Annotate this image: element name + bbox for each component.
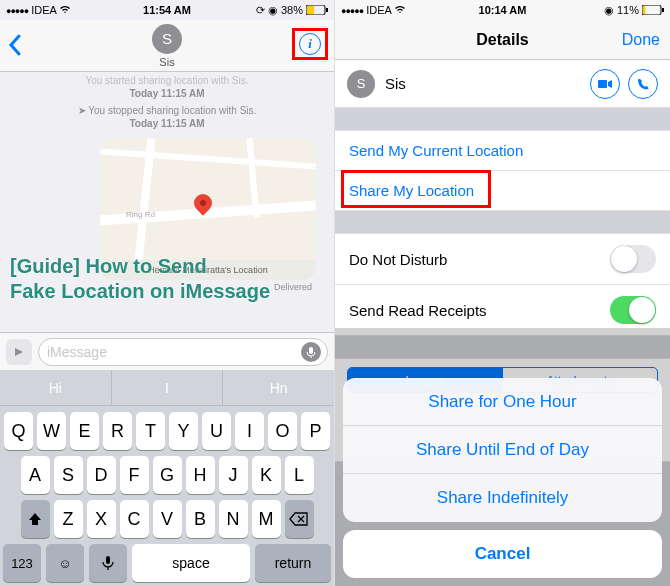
key[interactable]: P <box>301 412 330 450</box>
key[interactable]: F <box>120 456 149 494</box>
svg-rect-4 <box>106 556 110 564</box>
system-notice: ➤ You stopped sharing location with Sis.… <box>0 102 334 132</box>
send-current-location-cell[interactable]: Send My Current Location <box>335 130 670 171</box>
status-time: 10:14 AM <box>335 4 670 16</box>
key[interactable]: U <box>202 412 231 450</box>
contact-name: Sis <box>159 56 174 68</box>
avatar: S <box>152 24 182 54</box>
contact-name: Sis <box>385 75 582 92</box>
key[interactable]: I <box>235 412 264 450</box>
svg-rect-8 <box>598 80 607 88</box>
share-end-of-day[interactable]: Share Until End of Day <box>343 426 662 474</box>
cancel-button[interactable]: Cancel <box>343 530 662 578</box>
keyboard: Hi I Hn QWERTYUIOP ASDFGHJKL ZXCVBNM 123… <box>0 370 334 586</box>
done-button[interactable]: Done <box>622 31 660 49</box>
mic-button[interactable] <box>301 342 321 362</box>
status-bar-right: ●●●●● IDEA 10:14 AM ◉11% <box>335 0 670 20</box>
key[interactable]: B <box>186 500 215 538</box>
shift-key[interactable] <box>21 500 50 538</box>
back-button[interactable] <box>8 34 22 60</box>
predict-item[interactable]: Hn <box>223 370 334 405</box>
key[interactable]: V <box>153 500 182 538</box>
guide-overlay-text: [Guide] How to Send Fake Location on iMe… <box>10 254 270 304</box>
system-notice: You started sharing location with Sis. T… <box>0 72 334 102</box>
svg-rect-3 <box>309 347 313 354</box>
predict-item[interactable]: I <box>112 370 224 405</box>
return-key[interactable]: return <box>255 544 331 582</box>
key[interactable]: L <box>285 456 314 494</box>
placeholder: iMessage <box>47 344 107 360</box>
key[interactable]: X <box>87 500 116 538</box>
key[interactable]: K <box>252 456 281 494</box>
apps-button[interactable] <box>6 339 32 365</box>
share-my-location-cell[interactable]: Share My Location <box>335 171 670 211</box>
key[interactable]: J <box>219 456 248 494</box>
info-highlight: i <box>292 28 328 60</box>
contact-row[interactable]: S Sis <box>335 60 670 108</box>
call-button[interactable] <box>628 69 658 99</box>
receipts-switch[interactable] <box>610 296 656 324</box>
receipts-label: Send Read Receipts <box>349 302 487 319</box>
key[interactable]: N <box>219 500 248 538</box>
key[interactable]: A <box>21 456 50 494</box>
key[interactable]: S <box>54 456 83 494</box>
dictation-key[interactable] <box>89 544 127 582</box>
predict-item[interactable]: Hi <box>0 370 112 405</box>
dnd-label: Do Not Disturb <box>349 251 447 268</box>
emoji-key[interactable]: ☺ <box>46 544 84 582</box>
key[interactable]: M <box>252 500 281 538</box>
action-sheet: Share for One Hour Share Until End of Da… <box>335 378 670 586</box>
key[interactable]: O <box>268 412 297 450</box>
dnd-switch[interactable] <box>610 245 656 273</box>
key[interactable]: C <box>120 500 149 538</box>
delete-key[interactable] <box>285 500 314 538</box>
key[interactable]: W <box>37 412 66 450</box>
key[interactable]: Y <box>169 412 198 450</box>
key[interactable]: T <box>136 412 165 450</box>
numbers-key[interactable]: 123 <box>3 544 41 582</box>
message-input-bar: iMessage <box>0 332 334 370</box>
key[interactable]: G <box>153 456 182 494</box>
status-time: 11:54 AM <box>0 4 334 16</box>
key[interactable]: R <box>103 412 132 450</box>
conversation-header: S Sis i <box>0 20 334 72</box>
details-header: Details Done <box>335 20 670 60</box>
key[interactable]: Q <box>4 412 33 450</box>
predictive-bar: Hi I Hn <box>0 370 334 406</box>
share-indefinitely[interactable]: Share Indefinitely <box>343 474 662 522</box>
road-label: Ring Rd <box>126 210 155 219</box>
key[interactable]: H <box>186 456 215 494</box>
dnd-cell[interactable]: Do Not Disturb <box>335 233 670 285</box>
key[interactable]: E <box>70 412 99 450</box>
avatar: S <box>347 70 375 98</box>
space-key[interactable]: space <box>132 544 250 582</box>
status-bar-left: ●●●●● IDEA 11:54 AM ⟳◉38% <box>0 0 334 20</box>
key[interactable]: Z <box>54 500 83 538</box>
message-input[interactable]: iMessage <box>38 338 328 366</box>
share-one-hour[interactable]: Share for One Hour <box>343 378 662 426</box>
page-title: Details <box>476 31 528 49</box>
facetime-button[interactable] <box>590 69 620 99</box>
key[interactable]: D <box>87 456 116 494</box>
info-button[interactable]: i <box>299 33 321 55</box>
